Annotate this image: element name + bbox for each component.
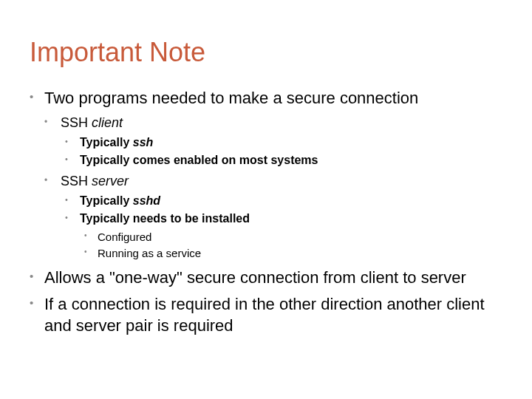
bullet-icon: • (44, 174, 47, 186)
list-item: • Two programs needed to make a secure c… (30, 87, 502, 109)
bullet-text: Configured (98, 231, 151, 243)
bullet-text: Allows a "one-way" secure connection fro… (44, 268, 466, 287)
list-item: • Running as a service (84, 245, 502, 261)
list-item: • Typically ssh (65, 134, 502, 151)
text-part: Typically (80, 194, 133, 207)
bullet-text: Typically needs to be installed (80, 212, 250, 225)
bullet-text: If a connection is required in the other… (44, 295, 485, 335)
bullet-icon: • (84, 247, 87, 257)
bullet-icon: • (65, 212, 68, 223)
bullet-icon: • (84, 231, 87, 241)
text-part: Typically (80, 136, 133, 149)
list-item: • Typically sshd (65, 193, 502, 209)
list-item: • If a connection is required in the oth… (30, 293, 502, 337)
bullet-text: Two programs needed to make a secure con… (44, 89, 418, 107)
list-item: • Configured (84, 229, 502, 245)
slide: Important Note • Two programs needed to … (0, 0, 532, 399)
list-item: • Typically comes enabled on most system… (65, 152, 502, 168)
text-emphasis: sshd (133, 194, 160, 207)
bullet-icon: • (30, 89, 33, 104)
bullet-text: Typically sshd (80, 194, 160, 207)
bullet-icon: • (65, 136, 68, 147)
slide-title: Important Note (30, 37, 502, 68)
bullet-icon: • (44, 116, 47, 128)
text-part: SSH (61, 174, 92, 188)
list-item: • Allows a "one-way" secure connection f… (30, 267, 502, 289)
list-item: • Typically needs to be installed (65, 211, 502, 227)
bullet-icon: • (30, 269, 33, 284)
bullet-icon: • (30, 296, 33, 310)
bullet-text: Typically comes enabled on most systems (80, 154, 318, 166)
bullet-list: • Two programs needed to make a secure c… (30, 87, 502, 337)
bullet-text: Typically ssh (80, 136, 153, 149)
bullet-icon: • (65, 154, 68, 165)
text-emphasis: ssh (133, 136, 154, 149)
bullet-icon: • (65, 194, 68, 205)
text-emphasis: server (92, 174, 129, 188)
bullet-text: Running as a service (98, 247, 201, 259)
text-part: SSH (61, 115, 92, 130)
bullet-text: SSH client (61, 115, 123, 130)
text-emphasis: client (92, 115, 123, 130)
list-item: • SSH client (44, 114, 502, 132)
bullet-text: SSH server (61, 174, 129, 188)
list-item: • SSH server (44, 172, 502, 190)
